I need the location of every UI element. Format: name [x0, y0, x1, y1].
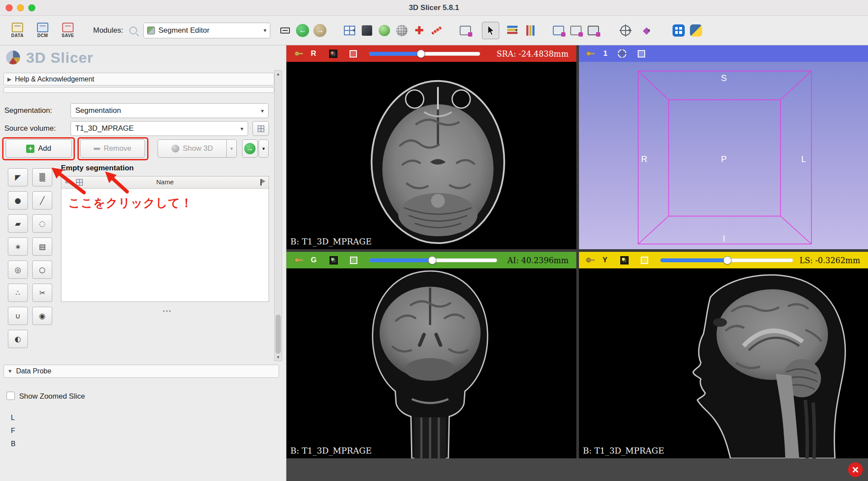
slice-visibility-icon[interactable] [329, 50, 337, 58]
chevron-down-icon: ▾ [263, 27, 266, 34]
threed-view-header: 1 [579, 45, 868, 62]
scissors-effect[interactable]: ✂ [32, 284, 52, 302]
markups-toolbar-button[interactable] [521, 22, 538, 39]
level-tracing-effect[interactable]: ◌ [32, 214, 52, 233]
close-window-button[interactable] [6, 4, 13, 11]
slider-handle[interactable] [417, 50, 425, 58]
models-button[interactable] [358, 22, 376, 39]
zoom-window-button[interactable] [28, 4, 35, 11]
slider-handle[interactable] [428, 256, 436, 264]
threshold-effect[interactable]: ▒ [32, 168, 52, 186]
ruler-icon [431, 26, 442, 35]
transforms-button[interactable]: ✚ [410, 22, 428, 39]
help-section-label: Help & Acknowledgement [15, 75, 94, 83]
sagittal-brain-mri [645, 269, 864, 458]
slice-visibility-icon[interactable] [620, 256, 629, 264]
data-probe-label: Data Probe [16, 367, 51, 375]
volume-rendering-button[interactable] [376, 22, 393, 39]
red-slice-offset-slider[interactable] [369, 52, 480, 56]
pin-icon[interactable] [586, 257, 595, 264]
save-button[interactable]: SAVE [57, 19, 78, 42]
yellow-slice-viewport[interactable]: B: T1_3D_MPRAGE [579, 268, 868, 458]
segmentation-selector[interactable]: Segmentation ▾ [71, 103, 269, 118]
smoothing-effect[interactable]: ◉ [32, 307, 52, 325]
paint-effect[interactable]: ● [8, 191, 28, 210]
glyph-visibility-button[interactable]: ◆▾ [638, 22, 655, 39]
maximize-view-icon[interactable] [638, 50, 645, 58]
surface-models-button[interactable] [393, 22, 410, 39]
pin-icon[interactable] [294, 257, 304, 264]
green-view-letter: G [311, 256, 316, 264]
view-layout: R SRA: -24.4838mm [286, 45, 868, 481]
show-3d-button[interactable]: Show 3D [158, 139, 227, 158]
minimize-window-button[interactable] [17, 4, 24, 11]
specify-geometry-button[interactable] [252, 121, 269, 136]
scrollbar-thumb[interactable] [276, 315, 281, 354]
center-view-icon[interactable] [618, 49, 626, 58]
place-markups-button[interactable]: ▾ [504, 22, 521, 39]
annotations-button[interactable] [428, 22, 445, 39]
close-error-button[interactable]: × [848, 462, 863, 477]
show-zoomed-slice-checkbox[interactable] [7, 392, 15, 400]
scene-view-button[interactable] [567, 22, 585, 39]
scroll-up-arrow[interactable]: ▲ [275, 71, 282, 78]
flag-icon[interactable] [260, 179, 262, 186]
forward-button[interactable]: → [311, 22, 329, 39]
pin-icon[interactable] [294, 50, 304, 57]
pin-icon[interactable] [586, 50, 595, 57]
slice-visibility-icon[interactable] [330, 256, 338, 264]
yellow-slice-view: Y LS: -0.3262mm [579, 252, 868, 458]
module-selector[interactable]: Segment Editor ▾ [143, 23, 270, 38]
green-slice-viewport[interactable]: B: T1_3D_MPRAGE [286, 268, 576, 458]
none-cursor-effect[interactable]: ◤ [8, 168, 28, 186]
show-3d-options-button[interactable]: ▾ [226, 139, 237, 158]
window-capture-button[interactable] [457, 22, 474, 39]
hollow-effect[interactable]: ○ [32, 261, 52, 279]
erase-effect[interactable]: ▰ [8, 214, 28, 233]
mouse-interaction-mode-button[interactable] [482, 22, 499, 39]
source-volume-selector[interactable]: T1_3D_MPRAGE ▾ [71, 121, 248, 136]
screenshot-button[interactable] [550, 22, 567, 39]
draw-effect[interactable]: ╱ [32, 191, 52, 210]
resize-grip[interactable]: ••• [163, 308, 172, 315]
switch-to-segmentations-button[interactable]: → [242, 139, 258, 158]
grow-from-seeds-effect[interactable]: ∗ [8, 237, 28, 256]
segmentations-options-button[interactable]: ▾ [259, 139, 269, 158]
islands-effect[interactable]: ∴ [8, 284, 28, 302]
maximize-view-icon[interactable] [350, 257, 357, 264]
extensions-manager-button[interactable] [670, 22, 687, 39]
load-data-button[interactable]: DATA [7, 19, 28, 42]
panel-scrollbar[interactable]: ▲ ▼ [274, 70, 282, 361]
green-slice-offset-slider[interactable] [370, 258, 497, 262]
collapsed-section-bar[interactable] [3, 87, 274, 93]
threed-viewport[interactable]: S R P L I [579, 62, 868, 249]
module-history-button[interactable] [276, 22, 294, 39]
coronal-brain-mri [360, 268, 501, 458]
name-column-header[interactable]: Name [61, 178, 269, 186]
python-console-button[interactable] [687, 22, 705, 39]
back-button[interactable]: ← [294, 22, 311, 39]
module-selector-value: Segment Editor [158, 26, 209, 35]
slider-handle[interactable] [723, 256, 732, 264]
maximize-view-icon[interactable] [350, 50, 357, 58]
yellow-slice-offset-slider[interactable] [660, 258, 793, 262]
fill-between-slices-effect[interactable]: ▤ [32, 237, 52, 256]
data-probe-section[interactable]: ▼ Data Probe [3, 365, 279, 378]
red-slice-viewport[interactable]: B: T1_3D_MPRAGE [286, 62, 576, 249]
mouse-cursor-icon [487, 25, 495, 36]
logical-operators-effect[interactable]: ∪ [8, 307, 28, 325]
crop-volume-button[interactable] [585, 22, 602, 39]
crosshair-button[interactable]: ▾ [617, 22, 634, 39]
chevron-right-icon: ▶ [7, 76, 11, 82]
help-acknowledgement-section[interactable]: ▶ Help & Acknowledgement [3, 73, 274, 85]
orientation-right-label: R [639, 154, 650, 164]
scroll-down-arrow[interactable]: ▼ [275, 354, 282, 361]
layout-selector-button[interactable]: ▾ [341, 22, 358, 39]
import-dicom-button[interactable]: DCM [32, 19, 53, 42]
margin-effect[interactable]: ◎ [8, 261, 28, 279]
mask-volume-effect[interactable]: ◐ [8, 330, 28, 348]
file-icon [62, 23, 74, 32]
module-search-icon[interactable] [129, 27, 137, 34]
maximize-view-icon[interactable] [641, 257, 648, 264]
chevron-down-icon: ▼ [7, 368, 13, 374]
